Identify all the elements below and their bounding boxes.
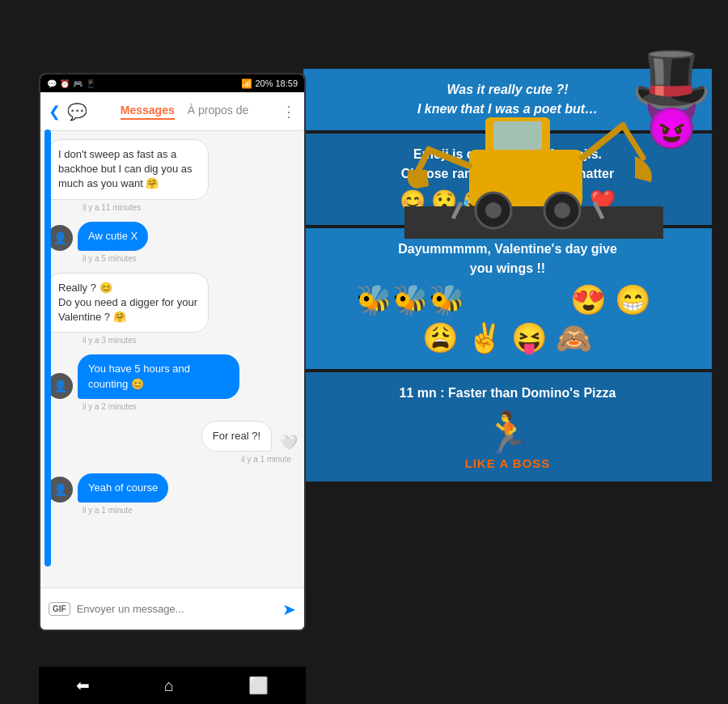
- gamepad-icon: 🎮: [73, 79, 83, 88]
- message-bubble-3: Really ? 😊Do you need a digger for your …: [47, 273, 209, 333]
- message-bubble-6: Yeah of course: [78, 473, 168, 503]
- svg-rect-3: [493, 121, 542, 150]
- like-a-boss-area: 🏃 LIKE A BOSS: [318, 409, 697, 470]
- info-box-4: 11 mn : Faster than Domino's Pizza 🏃 LIK…: [303, 372, 712, 481]
- bubble-row-4: 👤 You have 5 hours and counting 😊: [47, 354, 298, 398]
- alarm-icon: ⏰: [60, 79, 70, 88]
- info-box-4-text: 11 mn : Faster than Domino's Pizza: [318, 384, 697, 403]
- message-input[interactable]: [77, 603, 276, 615]
- villain-cartoon: 🎩 😈: [631, 40, 712, 153]
- status-left: 💬 ⏰ 🎮 📱: [47, 79, 95, 88]
- heart-reaction-icon[interactable]: 🤍: [280, 434, 298, 452]
- info-box-3: Dayummmmm, Valentine's day give you wing…: [303, 228, 712, 369]
- bubble-row-6: 👤 Yeah of course: [47, 473, 298, 503]
- send-button-icon[interactable]: ➤: [282, 600, 296, 619]
- bubble-row-2: 👤 Aw cutie X: [47, 222, 298, 251]
- svg-line-8: [429, 150, 469, 166]
- message-group-5: For real ?! 🤍 il y a 1 minute: [47, 421, 298, 467]
- message-group-6: 👤 Yeah of course il y a 1 minute: [47, 473, 298, 518]
- navigation-bar: ⬅ ⌂ ⬜: [39, 667, 306, 704]
- tab-messages[interactable]: Messages: [121, 104, 175, 120]
- recents-nav-icon[interactable]: ⬜: [248, 676, 269, 695]
- stick-figure-icon: 🏃: [318, 409, 697, 456]
- svg-point-7: [554, 202, 570, 218]
- status-bar: 💬 ⏰ 🎮 📱 📶 20% 18:59: [40, 74, 304, 92]
- timestamp-4: il y a 2 minutes: [47, 402, 298, 411]
- like-a-boss-label: LIKE A BOSS: [318, 456, 697, 470]
- side-decoration-bar: [44, 129, 51, 566]
- message-group-4: 👤 You have 5 hours and counting 😊 il y a…: [47, 354, 298, 413]
- message-bubble-4: You have 5 hours and counting 😊: [78, 354, 239, 398]
- timestamp-6: il y a 1 minute: [47, 506, 298, 515]
- chat-area: I don't sweep as fast as a backhoe but I…: [40, 131, 304, 587]
- battery-text: 20%: [255, 78, 273, 88]
- status-right: 📶 20% 18:59: [241, 78, 298, 89]
- header-tabs: Messages À propos de: [121, 104, 248, 120]
- messenger-header: ❮ 💬 Messages À propos de ⋮: [40, 92, 304, 131]
- info-box-3-line1: Dayummmmm, Valentine's day give: [398, 242, 617, 256]
- message-bubble-5: For real ?!: [201, 421, 272, 452]
- svg-rect-0: [404, 206, 663, 239]
- svg-point-5: [485, 202, 502, 218]
- timestamp-5: il y a 1 minute: [47, 455, 298, 464]
- info-box-4-line1: 11 mn : Faster than Domino's Pizza: [400, 386, 616, 400]
- back-nav-icon[interactable]: ⬅: [76, 676, 90, 695]
- back-arrow-icon[interactable]: ❮: [49, 103, 61, 121]
- villain-face: 😈: [631, 100, 712, 153]
- face-emojis-1: 😍 😁: [530, 282, 659, 320]
- header-left: ❮ 💬: [49, 102, 87, 121]
- backhoe-area: [404, 69, 663, 239]
- timestamp-3: il y a 3 minutes: [47, 336, 298, 345]
- home-nav-icon[interactable]: ⌂: [164, 676, 174, 695]
- time-display: 18:59: [275, 78, 298, 88]
- messenger-status-icon: 💬: [47, 79, 57, 88]
- messenger-logo-icon: 💬: [67, 102, 87, 121]
- bee-emojis: 🐝🐝🐝: [356, 282, 530, 320]
- more-options-icon[interactable]: ⋮: [281, 103, 296, 121]
- info-box-3-emojis: 🐝🐝🐝 😍 😁 😩 ✌️ 😝 🙈: [318, 282, 697, 358]
- phone-icon: 📱: [86, 79, 95, 88]
- info-box-3-text: Dayummmmm, Valentine's day give you wing…: [318, 240, 697, 278]
- gif-button[interactable]: GIF: [49, 602, 70, 616]
- message-group-3: Really ? 😊Do you need a digger for your …: [47, 273, 298, 349]
- tab-apropos[interactable]: À propos de: [188, 104, 249, 120]
- wifi-icon: 📶: [241, 78, 252, 89]
- bubble-row-1: I don't sweep as fast as a backhoe but I…: [47, 139, 298, 200]
- bubble-row-5: For real ?! 🤍: [47, 421, 298, 452]
- face-emojis-2: 😩 ✌️ 😝 🙈: [422, 320, 592, 358]
- info-box-3-line2: you wings !!: [470, 261, 545, 275]
- timestamp-1: il y a 11 minutes: [47, 203, 298, 212]
- bubble-row-3: Really ? 😊Do you need a digger for your …: [47, 273, 298, 333]
- message-group-2: 👤 Aw cutie X il y a 5 minutes: [47, 222, 298, 266]
- timestamp-2: il y a 5 minutes: [47, 254, 298, 263]
- backhoe-svg: [404, 69, 663, 239]
- message-input-area: GIF ➤: [40, 587, 304, 630]
- phone-frame: 💬 ⏰ 🎮 📱 📶 20% 18:59 ❮ 💬 Messages À propo…: [39, 73, 306, 631]
- message-bubble-2: Aw cutie X: [78, 222, 148, 251]
- message-bubble-1: I don't sweep as fast as a backhoe but I…: [47, 139, 209, 200]
- svg-line-10: [582, 125, 623, 158]
- message-group-1: I don't sweep as fast as a backhoe but I…: [47, 139, 298, 215]
